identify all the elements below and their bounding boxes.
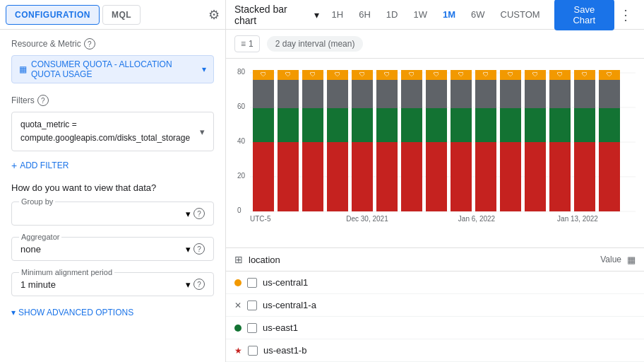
svg-text:40: 40 (237, 137, 246, 145)
alignment-icons: ▾ ? (186, 279, 205, 290)
chart-controls: ≡ 1 2 day interval (mean) (226, 30, 644, 59)
chart-area: 80 60 40 20 0 (226, 59, 644, 247)
svg-text:Dec 30, 2021: Dec 30, 2021 (346, 215, 388, 223)
resource-metric-label: Resource & Metric ? (11, 38, 214, 49)
save-chart-button[interactable]: Save Chart (554, 0, 614, 30)
svg-rect-32 (376, 80, 398, 108)
svg-text:Jan 6, 2022: Jan 6, 2022 (458, 215, 496, 223)
svg-text:🛡: 🛡 (582, 71, 588, 78)
legend-checkbox-us-central1[interactable] (247, 278, 257, 288)
aggregator-select[interactable]: Aggregator none ▾ ? (11, 237, 214, 261)
top-bar: CONFIGURATION MQL ⚙ Stacked bar chart ▾ … (0, 0, 644, 30)
resource-help-icon[interactable]: ? (84, 38, 95, 49)
svg-rect-43 (451, 108, 472, 142)
legend-item-us-east1: us-east1 (226, 317, 644, 339)
legend-header: ⊞ location Value ▦ (226, 248, 644, 272)
time-1d[interactable]: 1D (379, 6, 405, 23)
svg-rect-27 (352, 108, 373, 142)
filters-section: Filters ? quota_metric = compute.googlea… (11, 95, 214, 151)
aggregator-float-label: Aggregator (19, 233, 61, 241)
legend-item-us-east1-b: ★ us-east1-b (226, 339, 644, 362)
mql-tab[interactable]: MQL (102, 5, 141, 25)
time-6w[interactable]: 6W (464, 6, 492, 23)
chart-type-selector[interactable]: Stacked bar chart ▾ (234, 4, 319, 26)
svg-rect-50 (500, 142, 521, 211)
filter-indicator: ≡ 1 (234, 35, 260, 52)
svg-rect-51 (500, 108, 521, 142)
alignment-help-icon[interactable]: ? (193, 279, 205, 290)
svg-rect-24 (327, 80, 348, 108)
legend-checkbox-us-central1-a[interactable] (247, 300, 257, 310)
svg-rect-59 (549, 108, 571, 142)
aggregator-chevron: ▾ (186, 244, 191, 255)
svg-rect-52 (500, 80, 521, 108)
svg-text:60: 60 (237, 103, 246, 110)
svg-rect-47 (475, 108, 496, 142)
svg-rect-44 (451, 80, 472, 108)
svg-rect-55 (525, 108, 546, 142)
svg-rect-16 (278, 80, 299, 108)
show-advanced-label: SHOW ADVANCED OPTIONS (18, 308, 133, 317)
filters-help-icon[interactable]: ? (37, 95, 49, 106)
svg-text:20: 20 (237, 172, 246, 180)
svg-rect-35 (401, 108, 422, 142)
svg-text:UTC-5: UTC-5 (250, 215, 271, 223)
svg-rect-14 (278, 142, 299, 211)
svg-rect-62 (574, 142, 595, 211)
svg-rect-46 (475, 142, 496, 211)
svg-rect-22 (327, 142, 348, 211)
legend-value-label: Value (600, 255, 621, 264)
time-custom[interactable]: CUSTOM (494, 6, 547, 23)
svg-rect-60 (549, 80, 571, 108)
legend-dot-us-east1 (234, 325, 242, 332)
metric-selector[interactable]: ▦ CONSUMER QUOTA - ALLOCATION QUOTA USAG… (11, 55, 214, 83)
legend-star-us-east1-b: ★ (234, 346, 242, 356)
time-6h[interactable]: 6H (352, 6, 378, 23)
svg-text:🛡: 🛡 (557, 71, 563, 78)
group-by-select[interactable]: Group by ▾ ? (11, 202, 214, 226)
more-icon[interactable]: ⋮ (616, 6, 636, 23)
svg-text:80: 80 (237, 68, 246, 76)
left-header: CONFIGURATION MQL ⚙ (0, 0, 226, 29)
aggregator-help-icon[interactable]: ? (193, 243, 205, 255)
metric-chevron: ▾ (202, 64, 206, 74)
legend-checkbox-us-east1-b[interactable] (248, 346, 258, 356)
alignment-chevron: ▾ (186, 279, 191, 290)
interval-badge: 2 day interval (mean) (267, 36, 364, 52)
legend-checkbox-us-east1[interactable] (247, 323, 257, 333)
legend-label-us-east1-b: us-east1-b (263, 345, 306, 356)
svg-rect-42 (451, 142, 472, 211)
alignment-select[interactable]: Minimum alignment period 1 minute ▾ ? (11, 272, 214, 296)
legend-cross-us-central1-a: ✕ (234, 300, 242, 310)
gear-icon[interactable]: ⚙ (208, 7, 220, 23)
group-by-icons: ▾ ? (186, 208, 205, 219)
aggregator-icons: ▾ ? (186, 243, 205, 255)
legend-bars-icon[interactable]: ▦ (627, 255, 636, 265)
config-tab[interactable]: CONFIGURATION (6, 5, 100, 25)
add-filter-button[interactable]: + ADD FILTER (11, 160, 214, 171)
svg-text:🛡: 🛡 (434, 71, 439, 78)
time-1h[interactable]: 1H (325, 6, 351, 23)
svg-rect-68 (599, 80, 620, 108)
group-by-help-icon[interactable]: ? (193, 208, 205, 219)
svg-rect-58 (549, 142, 571, 211)
filter-row[interactable]: quota_metric = compute.googleapis.com/di… (11, 112, 214, 151)
filter-icon: ≡ (241, 39, 246, 49)
time-1m[interactable]: 1M (436, 6, 463, 23)
legend-label-us-east1: us-east1 (263, 322, 298, 333)
add-icon: + (11, 160, 17, 171)
time-1w[interactable]: 1W (406, 6, 434, 23)
main-content: Resource & Metric ? ▦ CONSUMER QUOTA - A… (0, 30, 644, 362)
svg-text:🛡: 🛡 (261, 71, 266, 78)
legend-section: ⊞ location Value ▦ us-central1 ✕ us-cent… (226, 247, 644, 362)
show-advanced-button[interactable]: ▾ SHOW ADVANCED OPTIONS (11, 308, 214, 317)
alignment-value: 1 minute (20, 279, 56, 290)
svg-rect-39 (426, 108, 447, 142)
legend-grid-icon: ⊞ (234, 254, 243, 265)
svg-text:🛡: 🛡 (310, 71, 316, 78)
svg-rect-48 (475, 80, 496, 108)
svg-text:🛡: 🛡 (384, 71, 390, 78)
filter-chevron-icon[interactable]: ▾ (200, 127, 205, 137)
svg-rect-28 (352, 80, 373, 108)
svg-rect-23 (327, 108, 348, 142)
